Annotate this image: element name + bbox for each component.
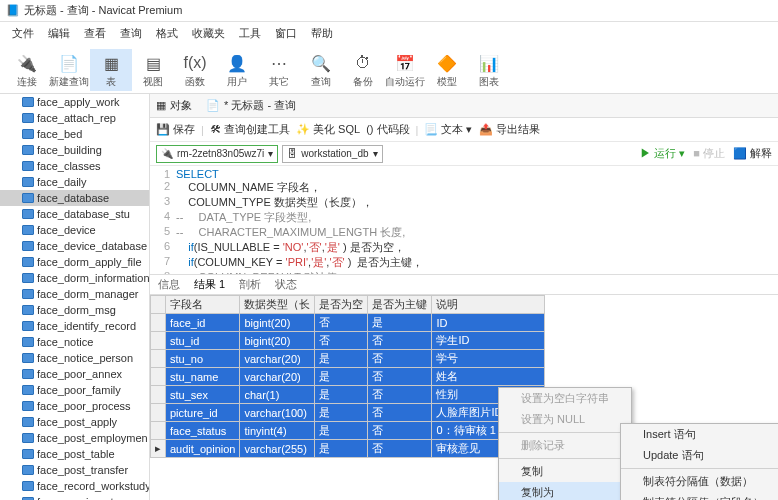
ctx-copy-as[interactable]: 复制为 xyxy=(499,482,631,500)
table-icon xyxy=(22,113,34,123)
table-icon xyxy=(22,401,34,411)
menu-查询[interactable]: 查询 xyxy=(114,24,148,43)
menu-工具[interactable]: 工具 xyxy=(233,24,267,43)
table-icon xyxy=(22,417,34,427)
table-icon xyxy=(22,161,34,171)
menu-编辑[interactable]: 编辑 xyxy=(42,24,76,43)
table-icon xyxy=(22,273,34,283)
tool-用户[interactable]: 👤用户 xyxy=(216,49,258,91)
table-icon xyxy=(22,241,34,251)
tree-item[interactable]: face_post_apply xyxy=(0,414,149,430)
sql-editor[interactable]: 1SELECT2 COLUMN_NAME 字段名，3 COLUMN_TYPE 数… xyxy=(150,166,778,274)
menu-收藏夹[interactable]: 收藏夹 xyxy=(186,24,231,43)
tab-query[interactable]: 📄 * 无标题 - 查询 xyxy=(206,98,296,113)
sub-tab-fields[interactable]: 制表符分隔值（字段名） xyxy=(621,492,778,500)
result-tabs: 信息结果 1剖析状态 xyxy=(150,274,778,295)
table-icon xyxy=(22,305,34,315)
tree-item[interactable]: face_poor_process xyxy=(0,398,149,414)
tree-item[interactable]: face_poor_annex xyxy=(0,366,149,382)
table-icon xyxy=(22,449,34,459)
tool-自动运行[interactable]: 📅自动运行 xyxy=(384,49,426,91)
tree-item[interactable]: face_post_employmen xyxy=(0,430,149,446)
run-button[interactable]: ▶ 运行 ▾ xyxy=(640,146,685,161)
context-menu[interactable]: 设置为空白字符串 设置为 NULL 删除记录 复制 复制为 粘贴 显示 xyxy=(498,387,632,500)
tool-模型[interactable]: 🔶模型 xyxy=(426,49,468,91)
sub-tab-data[interactable]: 制表符分隔值（数据） xyxy=(621,471,778,492)
ctx-delete: 删除记录 xyxy=(499,435,631,456)
tool-其它[interactable]: ⋯其它 xyxy=(258,49,300,91)
tree-item[interactable]: face_notice_person xyxy=(0,350,149,366)
table-icon xyxy=(22,369,34,379)
tool-新建查询[interactable]: 📄新建查询 xyxy=(48,49,90,91)
menu-帮助[interactable]: 帮助 xyxy=(305,24,339,43)
tree-item[interactable]: face_device_database xyxy=(0,238,149,254)
tree-item[interactable]: face_dorm_apply_file xyxy=(0,254,149,270)
table-icon xyxy=(22,289,34,299)
table-icon xyxy=(22,337,34,347)
tree-item[interactable]: face_repair_note xyxy=(0,494,149,500)
tool-视图[interactable]: ▤视图 xyxy=(132,49,174,91)
menu-格式[interactable]: 格式 xyxy=(150,24,184,43)
query-toolbar: 💾 保存 | 🛠 查询创建工具 ✨ 美化 SQL () 代码段 | 📃 文本 ▾… xyxy=(150,118,778,142)
db-combo[interactable]: 🗄 workstation_db ▾ xyxy=(282,145,382,163)
tree-item[interactable]: face_classes xyxy=(0,158,149,174)
result-tab[interactable]: 信息 xyxy=(158,277,180,292)
export-button[interactable]: 📤 导出结果 xyxy=(479,122,540,137)
text-button[interactable]: 📃 文本 ▾ xyxy=(424,122,472,137)
menu-查看[interactable]: 查看 xyxy=(78,24,112,43)
tool-函数[interactable]: f(x)函数 xyxy=(174,49,216,91)
app-icon: 📘 xyxy=(6,4,20,18)
tree-item[interactable]: face_daily xyxy=(0,174,149,190)
tree-item[interactable]: face_post_transfer xyxy=(0,462,149,478)
table-icon xyxy=(22,321,34,331)
tree-item[interactable]: face_poor_family xyxy=(0,382,149,398)
tree-item[interactable]: face_bed xyxy=(0,126,149,142)
result-tab[interactable]: 结果 1 xyxy=(194,277,225,292)
tree-item[interactable]: face_database_stu xyxy=(0,206,149,222)
tree-item[interactable]: face_notice xyxy=(0,334,149,350)
tree-item[interactable]: face_dorm_information xyxy=(0,270,149,286)
result-tab[interactable]: 状态 xyxy=(275,277,297,292)
ctx-set-null: 设置为 NULL xyxy=(499,409,631,430)
tool-icon: ⋯ xyxy=(267,51,291,75)
tree-item[interactable]: face_attach_rep xyxy=(0,110,149,126)
table-icon xyxy=(22,465,34,475)
explain-button[interactable]: 🟦 解释 xyxy=(733,146,772,161)
tool-icon: 📄 xyxy=(57,51,81,75)
tree-item[interactable]: face_dorm_msg xyxy=(0,302,149,318)
tree-item[interactable]: face_identify_record xyxy=(0,318,149,334)
result-tab[interactable]: 剖析 xyxy=(239,277,261,292)
tree-item[interactable]: face_record_workstudy xyxy=(0,478,149,494)
tree-item[interactable]: face_post_table xyxy=(0,446,149,462)
table-icon xyxy=(22,257,34,267)
tool-备份[interactable]: ⏱备份 xyxy=(342,49,384,91)
tree-item[interactable]: face_apply_work xyxy=(0,94,149,110)
tool-icon: 📅 xyxy=(393,51,417,75)
tool-图表[interactable]: 📊图表 xyxy=(468,49,510,91)
tree-item[interactable]: face_device xyxy=(0,222,149,238)
tool-连接[interactable]: 🔌连接 xyxy=(6,49,48,91)
snippet-button[interactable]: () 代码段 xyxy=(366,122,409,137)
menu-窗口[interactable]: 窗口 xyxy=(269,24,303,43)
sidebar-tree[interactable]: face_apply_workface_attach_repface_bedfa… xyxy=(0,94,150,500)
tab-objects[interactable]: ▦ 对象 xyxy=(156,98,192,113)
table-icon xyxy=(22,177,34,187)
save-button[interactable]: 💾 保存 xyxy=(156,122,195,137)
beautify-button[interactable]: ✨ 美化 SQL xyxy=(296,122,360,137)
sub-update[interactable]: Update 语句 xyxy=(621,445,778,466)
tree-item[interactable]: face_building xyxy=(0,142,149,158)
server-combo[interactable]: 🔌 rm-2zetn83n05wz7i ▾ xyxy=(156,145,278,163)
tool-icon: 🔌 xyxy=(15,51,39,75)
menu-文件[interactable]: 文件 xyxy=(6,24,40,43)
tool-查询[interactable]: 🔍查询 xyxy=(300,49,342,91)
tree-item[interactable]: face_dorm_manager xyxy=(0,286,149,302)
sub-insert[interactable]: Insert 语句 xyxy=(621,424,778,445)
tool-表[interactable]: ▦表 xyxy=(90,49,132,91)
context-submenu[interactable]: Insert 语句 Update 语句 制表符分隔值（数据） 制表符分隔值（字段… xyxy=(620,423,778,500)
ctx-copy[interactable]: 复制 xyxy=(499,461,631,482)
ctx-set-blank: 设置为空白字符串 xyxy=(499,388,631,409)
table-icon xyxy=(22,97,34,107)
stop-button: ■ 停止 xyxy=(693,146,725,161)
query-builder-button[interactable]: 🛠 查询创建工具 xyxy=(210,122,290,137)
tree-item[interactable]: face_database xyxy=(0,190,149,206)
